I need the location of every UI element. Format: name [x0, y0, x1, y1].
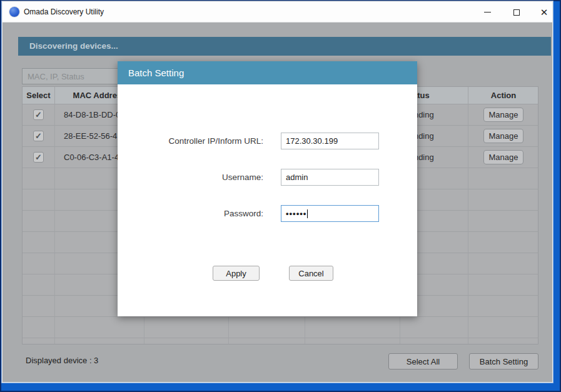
- action-cell: Manage: [468, 147, 538, 168]
- empty-cell: [229, 317, 305, 338]
- window-title: Omada Discovery Utility: [24, 2, 104, 23]
- password-value: ••••••: [286, 209, 306, 218]
- manage-button[interactable]: Manage: [483, 108, 523, 122]
- username-label: Username:: [118, 173, 263, 182]
- empty-cell: [144, 317, 229, 338]
- empty-cell: [468, 253, 538, 274]
- batch-setting-modal: Batch Setting Controller IP/Inform URL:1…: [118, 61, 417, 316]
- empty-cell: [144, 338, 229, 344]
- empty-cell: [468, 317, 538, 338]
- checkmark-icon: ✓: [35, 111, 42, 119]
- app-logo-icon: [9, 7, 19, 17]
- status-banner-text: Discovering devices...: [29, 41, 118, 51]
- empty-cell: [400, 338, 468, 344]
- checkmark-icon: ✓: [35, 153, 42, 161]
- manage-button[interactable]: Manage: [483, 150, 523, 164]
- controller-url-value: 172.30.30.199: [286, 136, 338, 146]
- cancel-button[interactable]: Cancel: [289, 266, 333, 281]
- empty-cell: [23, 168, 55, 189]
- table-row: [23, 317, 538, 338]
- desktop-background: Omada Discovery Utility ✕ Discovering de…: [0, 0, 561, 392]
- empty-cell: [23, 317, 55, 338]
- empty-cell: [468, 338, 538, 344]
- empty-cell: [229, 338, 305, 344]
- empty-cell: [23, 296, 55, 317]
- manage-button[interactable]: Manage: [483, 129, 523, 143]
- empty-cell: [23, 338, 55, 344]
- select-cell: ✓: [23, 126, 55, 147]
- field-row-password: Password:••••••: [118, 205, 263, 222]
- row-checkbox[interactable]: ✓: [33, 152, 44, 163]
- empty-cell: [468, 296, 538, 317]
- titlebar: Omada Discovery Utility ✕: [3, 2, 552, 23]
- password-input[interactable]: ••••••: [281, 205, 379, 222]
- select-cell: ✓: [23, 104, 55, 126]
- batch-setting-button[interactable]: Batch Setting: [469, 353, 538, 369]
- field-row-username: Username:admin: [118, 169, 263, 186]
- empty-cell: [55, 338, 144, 344]
- empty-cell: [468, 232, 538, 253]
- modal-title: Batch Setting: [118, 61, 417, 84]
- username-input[interactable]: admin: [281, 169, 379, 186]
- minimize-icon: [484, 12, 491, 13]
- action-cell: Manage: [468, 104, 538, 126]
- empty-cell: [23, 274, 55, 296]
- text-cursor: [307, 209, 308, 218]
- empty-cell: [23, 253, 55, 274]
- close-icon: ✕: [540, 8, 548, 17]
- password-label: Password:: [118, 209, 263, 218]
- close-button[interactable]: ✕: [534, 2, 554, 23]
- status-banner: Discovering devices...: [18, 37, 551, 56]
- username-value: admin: [286, 173, 308, 182]
- maximize-icon: [513, 9, 520, 16]
- apply-button[interactable]: Apply: [213, 266, 260, 281]
- table-row: [23, 338, 538, 344]
- empty-cell: [305, 317, 400, 338]
- empty-cell: [23, 189, 55, 211]
- field-row-controller-url: Controller IP/Inform URL:172.30.30.199: [118, 133, 263, 149]
- maximize-button[interactable]: [507, 2, 527, 23]
- header-cell-select: Select: [23, 87, 55, 104]
- empty-cell: [468, 189, 538, 211]
- empty-cell: [305, 338, 400, 344]
- minimize-button[interactable]: [477, 2, 497, 23]
- modal-header: Batch Setting: [118, 61, 417, 84]
- row-checkbox[interactable]: ✓: [33, 131, 44, 141]
- checkmark-icon: ✓: [35, 132, 42, 140]
- empty-cell: [468, 274, 538, 296]
- header-cell-action: Action: [468, 87, 538, 104]
- row-checkbox[interactable]: ✓: [33, 109, 44, 120]
- controller-url-label: Controller IP/Inform URL:: [118, 136, 263, 146]
- empty-cell: [23, 232, 55, 253]
- app-window: Omada Discovery Utility ✕ Discovering de…: [2, 1, 553, 383]
- empty-cell: [23, 211, 55, 232]
- empty-cell: [400, 317, 468, 338]
- empty-cell: [55, 317, 144, 338]
- empty-cell: [468, 168, 538, 189]
- controller-url-input[interactable]: 172.30.30.199: [281, 133, 379, 149]
- select-cell: ✓: [23, 147, 55, 168]
- action-cell: Manage: [468, 126, 538, 147]
- empty-cell: [468, 211, 538, 232]
- select-all-button[interactable]: Select All: [388, 353, 458, 369]
- device-count: Displayed device : 3: [26, 356, 98, 365]
